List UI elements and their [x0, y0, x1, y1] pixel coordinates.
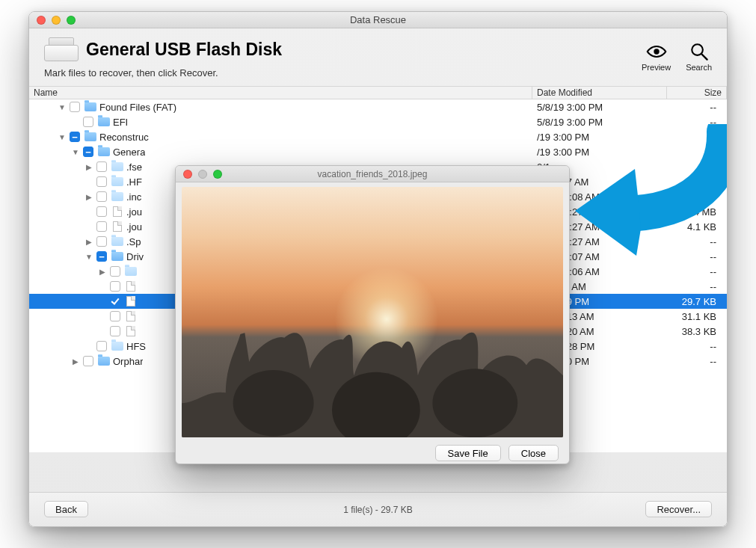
- preview-tool-label: Preview: [642, 63, 671, 72]
- disclosure-arrow[interactable]: ▶: [98, 268, 107, 276]
- column-name[interactable]: Name: [29, 87, 532, 99]
- row-name: HFS: [126, 341, 146, 352]
- preview-window: vacation_friends_2018.jpeg Save File Clo…: [175, 165, 570, 464]
- preview-close-button[interactable]: [183, 170, 192, 179]
- main-titlebar: Data Rescue: [29, 12, 727, 28]
- table-row[interactable]: ▼Found Files (FAT)5/8/19 3:00 PM--: [29, 99, 727, 114]
- row-name: EFI: [113, 117, 128, 128]
- preview-filename: vacation_friends_2018.jpeg: [176, 169, 569, 179]
- row-checkbox[interactable]: −: [70, 132, 80, 142]
- row-size: --: [667, 147, 727, 158]
- search-tool-button[interactable]: Search: [686, 42, 712, 72]
- zoom-window-button[interactable]: [67, 16, 76, 25]
- disclosure-arrow[interactable]: ▼: [58, 133, 67, 141]
- file-icon: [125, 280, 137, 292]
- row-checkbox[interactable]: [110, 326, 120, 336]
- svg-point-3: [233, 370, 314, 436]
- row-date: /19 3:00 PM: [532, 132, 667, 143]
- row-size: --: [667, 102, 727, 113]
- row-name: Genera: [113, 147, 145, 158]
- column-header[interactable]: Name Date Modified Size: [29, 86, 727, 99]
- row-checkbox[interactable]: [96, 221, 107, 232]
- column-size[interactable]: Size: [667, 87, 727, 99]
- disclosure-arrow[interactable]: ▶: [71, 357, 80, 366]
- folder-icon: [98, 116, 110, 128]
- preview-zoom-button[interactable]: [213, 170, 222, 179]
- row-checkbox[interactable]: [110, 281, 120, 292]
- disclosure-arrow[interactable]: ▶: [84, 193, 93, 201]
- row-checkbox[interactable]: [110, 296, 120, 307]
- row-name: .inc: [126, 191, 141, 203]
- svg-point-5: [432, 369, 517, 437]
- disk-icon: [44, 37, 79, 61]
- header: General USB Flash Disk Mark files to rec…: [29, 28, 727, 86]
- recover-button[interactable]: Recover...: [645, 501, 712, 517]
- row-checkbox[interactable]: [96, 176, 107, 187]
- file-icon: [125, 325, 137, 337]
- folder-icon: [125, 265, 137, 277]
- row-size: 29.7 KB: [667, 296, 727, 307]
- minimize-window-button[interactable]: [52, 16, 61, 25]
- disclosure-arrow[interactable]: ▶: [84, 163, 93, 171]
- row-size: 38.3 KB: [667, 326, 727, 337]
- row-checkbox[interactable]: [83, 117, 93, 127]
- row-size: --: [667, 236, 727, 247]
- window-title: Data Rescue: [29, 14, 727, 25]
- file-icon: [125, 310, 137, 322]
- row-checkbox[interactable]: [96, 236, 107, 247]
- preview-actions: Save File Close: [176, 437, 569, 464]
- magnifier-icon: [689, 42, 710, 61]
- row-name: .jou: [126, 206, 142, 218]
- row-name: Reconstruc: [99, 132, 149, 143]
- save-file-button[interactable]: Save File: [435, 445, 501, 461]
- row-name: .HF: [126, 176, 142, 188]
- row-size: --: [667, 266, 727, 277]
- row-checkbox[interactable]: [83, 356, 93, 366]
- row-date: 5/8/19 3:00 PM: [532, 102, 667, 113]
- row-size: --: [667, 161, 727, 173]
- row-checkbox[interactable]: [110, 266, 120, 277]
- file-icon: [125, 295, 137, 307]
- folder-icon: [84, 131, 96, 143]
- row-size: --: [667, 251, 727, 262]
- row-checkbox[interactable]: [70, 102, 80, 112]
- search-tool-label: Search: [686, 63, 712, 72]
- disclosure-arrow[interactable]: ▼: [84, 253, 93, 261]
- table-row[interactable]: ▼−Genera/19 3:00 PM--: [29, 144, 727, 159]
- row-checkbox[interactable]: −: [96, 251, 107, 262]
- row-checkbox[interactable]: [96, 191, 107, 202]
- folder-icon: [98, 146, 110, 158]
- page-subtitle: Mark files to recover, then click Recove…: [44, 67, 282, 78]
- folder-icon: [111, 176, 123, 188]
- row-checkbox[interactable]: [96, 341, 107, 351]
- row-size: --: [667, 176, 727, 188]
- row-size: --: [667, 117, 727, 128]
- preview-traffic-lights: [176, 170, 222, 179]
- close-window-button[interactable]: [37, 16, 46, 25]
- row-checkbox[interactable]: −: [83, 147, 93, 157]
- row-size: --: [667, 191, 727, 203]
- main-window: Data Rescue General USB Flash Disk Mark …: [28, 11, 728, 527]
- row-checkbox[interactable]: [110, 311, 120, 321]
- row-date: 5/8/19 3:00 PM: [532, 117, 667, 128]
- row-size: 31.1 KB: [667, 311, 727, 322]
- column-date[interactable]: Date Modified: [532, 87, 667, 99]
- row-size: --: [667, 281, 727, 292]
- row-checkbox[interactable]: [96, 161, 107, 172]
- disclosure-arrow[interactable]: ▼: [58, 103, 67, 111]
- row-checkbox[interactable]: [96, 206, 107, 217]
- disclosure-arrow[interactable]: ▶: [84, 238, 93, 246]
- preview-titlebar: vacation_friends_2018.jpeg: [176, 166, 569, 182]
- disclosure-arrow[interactable]: ▼: [71, 148, 80, 156]
- row-name: Driv: [126, 251, 144, 262]
- preview-tool-button[interactable]: Preview: [642, 42, 671, 72]
- back-button[interactable]: Back: [44, 501, 88, 517]
- close-button[interactable]: Close: [508, 445, 559, 461]
- folder-icon: [84, 101, 96, 113]
- table-row[interactable]: ▼−Reconstruc/19 3:00 PM--: [29, 129, 727, 144]
- row-name: .fse: [126, 161, 142, 173]
- preview-minimize-button[interactable]: [198, 170, 207, 179]
- row-name: Orphar: [113, 356, 143, 367]
- table-row[interactable]: EFI5/8/19 3:00 PM--: [29, 114, 727, 129]
- svg-point-0: [654, 49, 659, 54]
